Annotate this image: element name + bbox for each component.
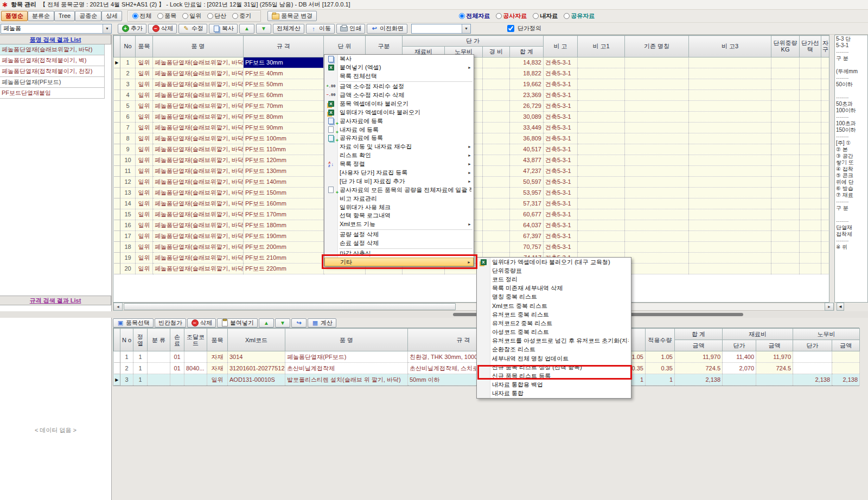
radio-input-일위[interactable]	[182, 13, 188, 19]
cell[interactable]	[689, 252, 771, 263]
col-header-total[interactable]: 합 계	[510, 46, 544, 57]
cell[interactable]: PF보드 90mm	[244, 122, 324, 133]
cell[interactable]	[800, 100, 821, 111]
radio-input-공유자료[interactable]	[564, 13, 570, 19]
context-submenu-item[interactable]: 내자료 통합용 백업	[477, 381, 631, 389]
cell[interactable]	[800, 89, 821, 100]
cell[interactable]: 57,317	[510, 198, 544, 209]
cell[interactable]	[625, 187, 689, 198]
cell[interactable]: 발포폴리스티렌 설치(슬래브 위 깔기, 바닥)	[285, 374, 408, 386]
cell[interactable]: 26,729	[510, 100, 544, 111]
row-selector[interactable]	[114, 230, 120, 241]
cell[interactable]: 8	[120, 133, 136, 144]
cell[interactable]	[483, 176, 510, 187]
cell[interactable]	[578, 89, 625, 100]
cell[interactable]	[578, 165, 625, 176]
cell[interactable]	[578, 111, 625, 122]
cell[interactable]: 건축5-3-1	[544, 230, 578, 241]
cell[interactable]	[756, 374, 793, 386]
cell[interactable]: 건축5-3-1	[544, 176, 578, 187]
name-result-item[interactable]: 페놀폼단열재(접착제붙이기, 벽)	[0, 55, 105, 66]
row-selector[interactable]	[114, 89, 120, 100]
cell[interactable]	[689, 230, 771, 241]
cell[interactable]: 페놀폼단열재(슬래브위깔기, 바닥)	[153, 133, 244, 144]
context-menu-item[interactable]: [사용자 단가] 자료집 등록►	[324, 169, 474, 177]
cell[interactable]: 페놀폼단열재(슬래브위깔기, 바닥)	[153, 165, 244, 176]
context-submenu-item[interactable]: 유저코드 중복 리스트	[477, 310, 631, 319]
cell[interactable]: PF보드 190mm	[244, 230, 324, 241]
context-menu-item[interactable]: 공량 설정 삭제	[324, 230, 474, 239]
cell[interactable]: 1	[133, 374, 148, 386]
cell[interactable]	[771, 241, 800, 252]
radio-input-전체자료[interactable]	[459, 13, 465, 19]
cell[interactable]: 일위	[136, 68, 153, 79]
cell[interactable]	[771, 144, 800, 155]
cell[interactable]: 17	[120, 230, 136, 241]
context-submenu-item[interactable]: 순환참조 리스트	[477, 345, 631, 354]
context-menu-item[interactable]: Xml코드 기능►	[324, 220, 474, 229]
sort-button-분류순[interactable]: 분류순	[28, 11, 54, 21]
cell[interactable]	[821, 89, 830, 100]
cell[interactable]	[821, 220, 830, 230]
cell[interactable]	[771, 57, 800, 68]
cell[interactable]: PF보드 60mm	[244, 89, 324, 100]
radio-중기[interactable]: 중기	[232, 12, 251, 20]
cell[interactable]	[800, 241, 821, 252]
cell[interactable]: 일위	[136, 230, 153, 241]
cell[interactable]	[771, 155, 800, 165]
cell[interactable]: 50,597	[510, 176, 544, 187]
row-selector[interactable]	[114, 155, 120, 165]
cell[interactable]: 자재	[207, 363, 228, 374]
sort-button-Tree[interactable]: Tree	[54, 11, 75, 21]
cell[interactable]: 3	[120, 79, 136, 89]
cell[interactable]	[625, 241, 689, 252]
cell[interactable]: 페놀폼단열재(슬래브위깔기, 바닥)	[153, 89, 244, 100]
context-menu-item[interactable]: [단 가 대 비] 자료집 추가►	[324, 177, 474, 185]
chevron-down-icon[interactable]: ▼	[103, 24, 111, 33]
cell[interactable]	[821, 122, 830, 133]
cell[interactable]: 724.5	[675, 363, 723, 374]
col-header-labor-amount[interactable]: 금액	[832, 340, 860, 351]
cell[interactable]: 건축5-3-1	[544, 100, 578, 111]
sort-button-상세[interactable]: 상세	[101, 11, 122, 21]
row-selector[interactable]	[114, 241, 120, 252]
unit-price-define-input[interactable]	[507, 25, 514, 32]
col-header-select[interactable]: 단가선 택	[800, 36, 821, 57]
cell[interactable]	[483, 209, 510, 220]
cell[interactable]	[821, 165, 830, 176]
selected-cell[interactable]: PF보드 30mm	[244, 57, 324, 68]
cell[interactable]	[771, 133, 800, 144]
cell[interactable]	[689, 241, 771, 252]
cell[interactable]	[483, 155, 510, 165]
수정-button[interactable]: ✎수정	[178, 24, 207, 34]
cell[interactable]	[800, 209, 821, 220]
cell[interactable]	[832, 363, 860, 374]
cell[interactable]	[483, 79, 510, 89]
cell[interactable]: 일위	[136, 111, 153, 122]
cell[interactable]	[689, 68, 771, 79]
cell[interactable]: 페놀폼단열재(슬래브위깔기, 바닥)	[153, 209, 244, 220]
cell[interactable]: 일위	[207, 374, 228, 386]
cell[interactable]	[578, 176, 625, 187]
cell[interactable]: 18,822	[510, 68, 544, 79]
cell[interactable]	[689, 187, 771, 198]
cell[interactable]: 0.35	[646, 363, 675, 374]
cell[interactable]	[148, 374, 170, 386]
cell[interactable]	[578, 209, 625, 220]
row-selector[interactable]	[114, 133, 120, 144]
cell[interactable]	[771, 263, 800, 274]
cell[interactable]	[483, 100, 510, 111]
row-selector[interactable]	[114, 351, 120, 363]
cell[interactable]	[821, 68, 830, 79]
cell[interactable]	[483, 57, 510, 68]
context-menu-item[interactable]: 공사자료의 모든 품목의 공량을 전체자료에 일괄 적용	[324, 185, 474, 194]
cell[interactable]: 11,970	[756, 351, 793, 363]
이동-button[interactable]: ↑이동	[306, 24, 335, 34]
cell[interactable]: 2,138	[793, 374, 832, 386]
cell[interactable]: 일위	[136, 155, 153, 165]
cell[interactable]	[625, 100, 689, 111]
cell[interactable]: 1	[120, 57, 136, 68]
row-selector[interactable]	[114, 68, 120, 79]
cell[interactable]: 19	[120, 252, 136, 263]
radio-input-공사자료[interactable]	[496, 13, 502, 19]
